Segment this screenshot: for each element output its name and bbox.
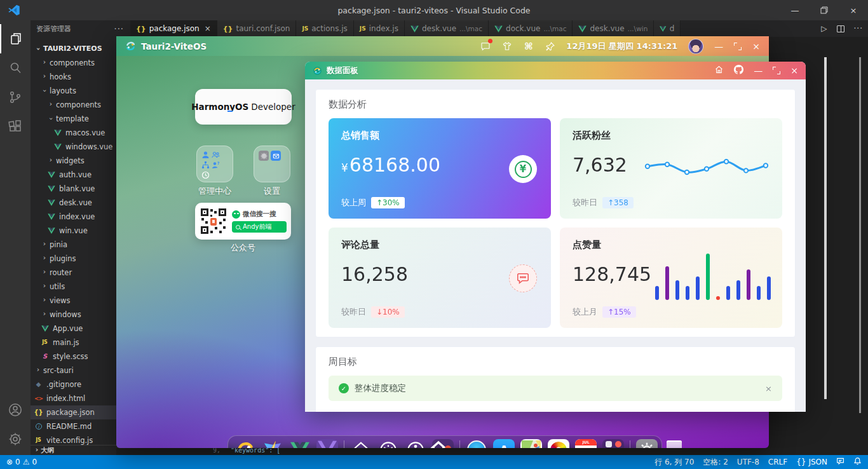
minimap-slider[interactable]: [824, 57, 827, 399]
dashboard-fullscreen-button[interactable]: [773, 67, 780, 74]
feedback-icon[interactable]: [836, 457, 844, 467]
tree-item-hooks[interactable]: ›hooks: [31, 70, 130, 84]
tree-item-plugins[interactable]: ›plugins: [31, 252, 130, 266]
command-icon[interactable]: ⌘: [523, 41, 534, 51]
indentation[interactable]: 空格: 2: [703, 457, 728, 468]
eol-sequence[interactable]: CRLF: [768, 458, 787, 466]
desktop-shortcut-admin-center[interactable]: ? 管理中心: [196, 146, 233, 197]
dock-calendar-icon[interactable]: JUL 17: [575, 439, 597, 448]
desktop-shortcut-settings[interactable]: 设置: [254, 146, 290, 197]
harmonyos-developer-card[interactable]: HarmonyOS Developer: [195, 89, 292, 125]
github-icon[interactable]: [734, 65, 743, 77]
os-fullscreen-button[interactable]: [734, 43, 742, 50]
tree-item-widgets[interactable]: ›widgets: [31, 154, 130, 168]
tree-item-App.vue[interactable]: App.vue: [31, 322, 130, 336]
wechat-search-button[interactable]: Andy前端: [232, 221, 287, 233]
tree-item-src-tauri[interactable]: ›src-tauri: [31, 364, 130, 377]
tab-index.js[interactable]: JSindex.js: [354, 20, 405, 37]
settings-gear-icon[interactable]: [0, 425, 31, 454]
outline-section[interactable]: › 大纲: [31, 445, 130, 455]
explorer-activity-icon[interactable]: [0, 24, 31, 53]
pin-icon[interactable]: [545, 41, 555, 51]
tree-item-vite.config.js[interactable]: JSvite.config.js: [31, 433, 130, 445]
tree-item-index.html[interactable]: <>index.html: [31, 391, 130, 405]
tree-item-template[interactable]: ›template: [31, 112, 130, 126]
dashboard-minimize-button[interactable]: —: [754, 65, 763, 76]
split-editor-icon[interactable]: [837, 25, 844, 32]
stat-card-total-sales[interactable]: 总销售额 ¥ 68168.00 ¥ 较上周 ↑30%: [329, 118, 551, 219]
tree-item-components[interactable]: ›components: [31, 98, 130, 112]
tree-item-auth.vue[interactable]: auth.vue: [31, 168, 130, 182]
tree-item-main.js[interactable]: JSmain.js: [31, 336, 130, 350]
encoding[interactable]: UTF-8: [737, 458, 759, 466]
dock-maps-icon[interactable]: [520, 439, 542, 448]
admin-center-tile[interactable]: ?: [196, 146, 233, 182]
notifications-bell-icon[interactable]: [853, 457, 862, 467]
account-icon[interactable]: [0, 395, 31, 425]
dock-app-folder-icon[interactable]: [432, 439, 454, 448]
dashboard-close-button[interactable]: ×: [790, 65, 798, 76]
dashboard-home-icon[interactable]: [714, 65, 724, 77]
tree-item-layouts[interactable]: ›layouts: [31, 84, 130, 98]
tree-item-style.scss[interactable]: Sstyle.scss: [31, 350, 130, 364]
tab-package.json[interactable]: {}package.json×: [130, 20, 217, 37]
problems-indicator[interactable]: ⊗ 0 ⚠ 0: [6, 458, 37, 466]
dock-dashboard-icon[interactable]: [377, 439, 399, 448]
message-icon[interactable]: [480, 41, 491, 51]
wechat-official-account-card[interactable]: 微信搜一搜 Andy前端: [195, 203, 291, 240]
cursor-position[interactable]: 行 6, 列 70: [654, 457, 694, 468]
system-clock[interactable]: 12月19日 星期四 14:31:21: [566, 41, 677, 52]
tab-dock.vue[interactable]: dock.vue...\mac: [489, 20, 573, 37]
tab-close-icon[interactable]: ×: [205, 24, 211, 33]
tree-item-win.vue[interactable]: win.vue: [31, 224, 130, 238]
dock-settings-icon[interactable]: [636, 439, 658, 448]
dock-tauri-icon[interactable]: [234, 439, 256, 448]
tree-item-components[interactable]: ›components: [31, 56, 130, 70]
run-button[interactable]: ▷: [821, 24, 827, 33]
tab-desk.vue[interactable]: desk.vue...\mac: [405, 20, 489, 37]
vscode-close-button[interactable]: ×: [839, 0, 868, 20]
vscode-restore-button[interactable]: [810, 0, 839, 20]
stat-card-likes[interactable]: 点赞量 128,745 较上月 ↑15%: [560, 228, 782, 328]
tree-item-macos.vue[interactable]: macos.vue: [31, 126, 130, 140]
os-minimize-button[interactable]: —: [714, 41, 723, 51]
tree-item-desk.vue[interactable]: desk.vue: [31, 196, 130, 210]
tree-item-windows.vue[interactable]: windows.vue: [31, 140, 130, 154]
dock-vite-vue-app-icon[interactable]: [316, 439, 338, 448]
source-control-activity-icon[interactable]: [0, 83, 31, 112]
language-mode[interactable]: {} JSON: [796, 458, 827, 466]
search-activity-icon[interactable]: [0, 53, 31, 83]
dock-widgets-folder-icon[interactable]: [602, 439, 624, 448]
os-close-button[interactable]: ×: [752, 41, 760, 51]
tree-item-windows[interactable]: ›windows: [31, 308, 130, 322]
tree-item-utils[interactable]: ›utils: [31, 280, 130, 294]
explorer-more-icon[interactable]: ···: [114, 24, 124, 34]
tree-item-blank.vue[interactable]: blank.vue: [31, 182, 130, 196]
editor-scrollbar[interactable]: [859, 57, 861, 413]
tree-item-TAURI2-VITEOS[interactable]: ›TAURI2-VITEOS: [31, 42, 130, 56]
dock-trash-icon[interactable]: [663, 439, 685, 448]
dock-vite-icon[interactable]: [262, 439, 283, 448]
tree-item-package.json[interactable]: {}package.json: [31, 405, 130, 419]
tree-item-router[interactable]: ›router: [31, 266, 130, 280]
stat-card-comments[interactable]: 评论总量 16,258 较昨日 ↓10%: [329, 228, 551, 328]
tab-d[interactable]: d: [654, 20, 681, 37]
dock-about-icon[interactable]: [405, 439, 426, 448]
tree-item-pinia[interactable]: ›pinia: [31, 238, 130, 252]
dock-home-icon[interactable]: [350, 439, 372, 448]
stat-card-active-fans[interactable]: 活跃粉丝 7,632 较昨日 ↑358: [560, 118, 782, 219]
vscode-minimize-button[interactable]: —: [780, 0, 810, 20]
user-avatar[interactable]: [688, 39, 703, 54]
tab-tauri.conf.json[interactable]: {}tauri.conf.json: [217, 20, 297, 37]
dock-app-store-icon[interactable]: A: [493, 439, 515, 448]
tab-actions.js[interactable]: JSactions.js: [296, 20, 353, 37]
settings-tile[interactable]: [254, 146, 290, 182]
theme-icon[interactable]: [501, 41, 512, 51]
tree-item-README.md[interactable]: iREADME.md: [31, 419, 130, 433]
alert-close-icon[interactable]: ×: [765, 384, 772, 393]
tab-desk.vue[interactable]: desk.vue...\win: [573, 20, 654, 37]
dock-safari-icon[interactable]: [466, 439, 487, 448]
editor-more-icon[interactable]: ···: [854, 24, 863, 33]
dock-photos-icon[interactable]: [548, 439, 569, 448]
tree-item-.gitignore[interactable]: ◆.gitignore: [31, 377, 130, 391]
